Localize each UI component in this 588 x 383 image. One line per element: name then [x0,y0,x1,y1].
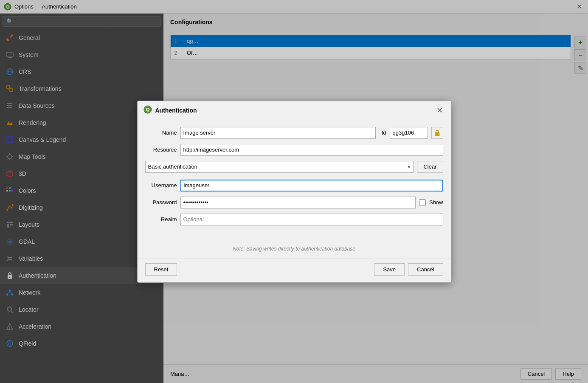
realm-input[interactable] [180,214,443,225]
realm-label: Realm [145,216,177,222]
auth-type-select-wrapper: Basic authentication No authentication P… [145,161,414,173]
resource-row: Resource [145,144,443,156]
username-label: Username [145,182,177,189]
dialog-title-text: Authentication [155,107,197,114]
dialog-close-button[interactable]: ✕ [435,105,445,115]
show-password-label[interactable]: Show [429,199,443,206]
svg-rect-52 [435,132,439,136]
name-label: Name [145,130,177,136]
username-input[interactable] [180,180,443,192]
dialog-overlay: Q Authentication ✕ Name Id [0,0,588,383]
auth-type-select[interactable]: Basic authentication No authentication P… [145,161,414,173]
svg-text:Q: Q [146,107,149,112]
realm-row: Realm [145,214,443,225]
name-id-row: Name Id [145,127,443,139]
authentication-dialog: Q Authentication ✕ Name Id [137,101,451,283]
auth-type-row: Basic authentication No authentication P… [145,161,443,173]
dialog-cancel-button[interactable]: Cancel [408,263,443,276]
dialog-body: Name Id Resource [138,120,451,237]
password-row: Password Show [145,197,443,208]
lock-toggle-button[interactable] [431,127,443,139]
dialog-note: Note: Saving writes directly to authenti… [138,246,451,252]
resource-label: Resource [145,146,177,153]
save-button[interactable]: Save [374,263,405,276]
dialog-title-bar: Q Authentication ✕ [138,101,451,120]
password-label: Password [145,199,177,206]
clear-button[interactable]: Clear [417,161,443,173]
show-password-checkbox[interactable] [419,199,426,206]
reset-button[interactable]: Reset [145,263,177,276]
dialog-title-left: Q Authentication [143,105,197,115]
id-label-text: Id [382,130,386,136]
dialog-footer: Reset Save Cancel [138,259,451,282]
username-row: Username [145,180,443,192]
name-input[interactable] [180,127,376,139]
dialog-logo-icon: Q [143,105,152,115]
id-input[interactable] [390,127,428,139]
password-input[interactable] [180,197,416,208]
resource-input[interactable] [180,144,443,156]
